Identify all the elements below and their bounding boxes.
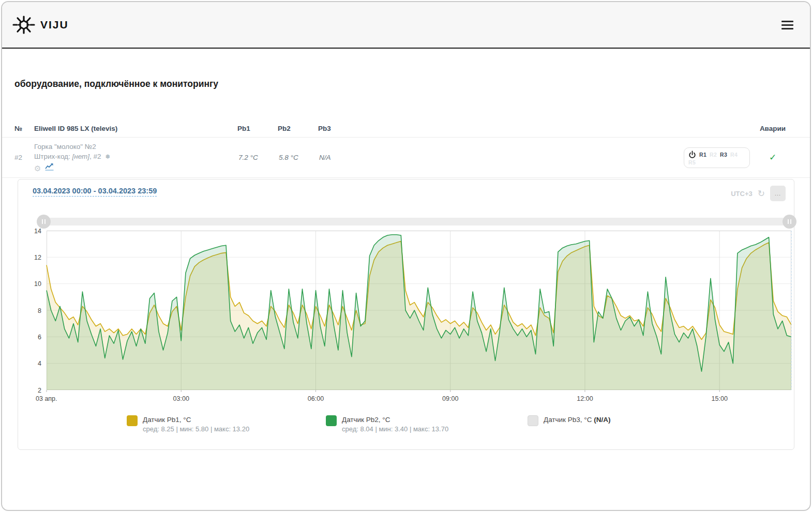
timezone-label: UTC+3: [731, 190, 753, 198]
legend-pb2[interactable]: Датчик Pb2, °C сред: 8.04 | мин: 3.40 | …: [326, 415, 448, 434]
menu-icon[interactable]: [780, 18, 794, 33]
svg-text:09:00: 09:00: [442, 395, 458, 402]
col-device: Eliwell ID 985 LX (televis): [34, 125, 237, 132]
svg-text:14: 14: [34, 228, 41, 235]
svg-text:12: 12: [34, 254, 41, 261]
range-slider-track[interactable]: [43, 218, 793, 225]
col-alarms: Аварии: [750, 125, 795, 132]
svg-text:03 апр.: 03 апр.: [36, 395, 57, 402]
barcode-value: [нет]: [72, 153, 90, 160]
check-icon: ✓: [769, 153, 776, 162]
svg-text:10: 10: [34, 280, 41, 288]
pb1-value: 7.2 °C: [237, 154, 278, 161]
relay-r4: R4: [730, 152, 738, 158]
legend-stats-pb1: сред: 8.25 | мин: 5.80 | макс: 13.20: [143, 425, 249, 434]
relay-r1: R1: [699, 152, 706, 158]
svg-text:06:00: 06:00: [308, 395, 324, 402]
gear-icon[interactable]: ⚙: [34, 163, 41, 173]
legend-swatch-pb3: [528, 415, 538, 426]
device-cell: Горка "молоко" №2 Штрих-код: [нет], #2 ❅…: [34, 142, 237, 173]
svg-text:03:00: 03:00: [173, 395, 189, 402]
col-num: №: [14, 125, 34, 132]
table-header: № Eliwell ID 985 LX (televis) Pb1 Pb2 Pb…: [2, 125, 810, 138]
chart-controls: UTC+3 ↻ ...: [731, 186, 786, 201]
relay-r2: R2: [710, 152, 717, 158]
svg-text:4: 4: [38, 360, 41, 367]
device-actions: ⚙: [34, 163, 237, 173]
device-barcode: Штрих-код: [нет], #2 ❅: [34, 152, 237, 162]
viju-logo[interactable]: VIJU: [12, 13, 69, 36]
svg-text:2: 2: [38, 387, 41, 394]
range-slider-handle-left[interactable]: [37, 215, 51, 229]
date-range-link[interactable]: 03.04.2023 00:00 - 03.04.2023 23:59: [33, 187, 157, 197]
legend-label-pb1: Датчик Pb1, °C: [143, 415, 249, 425]
col-pb2: Pb2: [278, 125, 318, 132]
chart-legend: Датчик Pb1, °C сред: 8.25 | мин: 5.80 | …: [18, 415, 794, 441]
app-window: VIJU оборудование, подключённое к монито…: [1, 1, 811, 511]
svg-text:6: 6: [38, 334, 41, 341]
relay-r3: R3: [720, 152, 727, 158]
line-chart-icon[interactable]: [45, 163, 54, 173]
pb3-value: N/A: [318, 154, 358, 161]
refresh-icon[interactable]: ↻: [758, 189, 765, 198]
more-button[interactable]: ...: [770, 186, 786, 201]
power-icon[interactable]: [688, 150, 696, 159]
relay-box: R1R2R3R4R5: [684, 147, 750, 168]
barcode-label: Штрих-код:: [34, 153, 70, 160]
legend-stats-pb2: сред: 8.04 | мин: 3.40 | макс: 13.70: [342, 425, 448, 434]
page-title: оборудование, подключённое к мониторингу: [14, 79, 810, 89]
table-row: #2 Горка "молоко" №2 Штрих-код: [нет], #…: [2, 138, 810, 178]
temperature-chart[interactable]: 246810121403 апр.03:0006:0009:0012:0015:…: [20, 228, 794, 407]
svg-text:12:00: 12:00: [577, 395, 593, 402]
legend-pb1[interactable]: Датчик Pb1, °C сред: 8.25 | мин: 5.80 | …: [127, 415, 249, 434]
col-pb1: Pb1: [237, 125, 278, 132]
chart-card: 03.04.2023 00:00 - 03.04.2023 23:59 UTC+…: [18, 179, 794, 450]
relay-r5: R5: [688, 159, 696, 165]
device-table: № Eliwell ID 985 LX (televis) Pb1 Pb2 Pb…: [2, 125, 810, 178]
range-slider-handle-right[interactable]: [783, 215, 796, 229]
svg-text:8: 8: [38, 307, 41, 314]
barcode-suffix: , #2: [89, 153, 101, 160]
snowflake-icon: ❅: [105, 153, 110, 160]
pb2-value: 5.8 °C: [278, 154, 318, 161]
legend-label-pb2: Датчик Pb2, °C: [342, 415, 448, 425]
row-number: #2: [14, 154, 34, 161]
alarm-status: ✓: [750, 152, 795, 163]
legend-pb3[interactable]: Датчик Pb3, °C (N/A): [528, 415, 610, 426]
legend-swatch-pb1: [127, 415, 138, 426]
legend-label-pb3: Датчик Pb3, °C (N/A): [544, 415, 610, 425]
viju-logo-icon: [12, 13, 35, 36]
svg-text:15:00: 15:00: [712, 395, 728, 402]
brand-text: VIJU: [40, 19, 69, 31]
device-name: Горка "молоко" №2: [34, 142, 237, 152]
col-pb3: Pb3: [318, 125, 358, 132]
top-bar: VIJU: [2, 2, 810, 49]
legend-swatch-pb2: [326, 415, 337, 426]
